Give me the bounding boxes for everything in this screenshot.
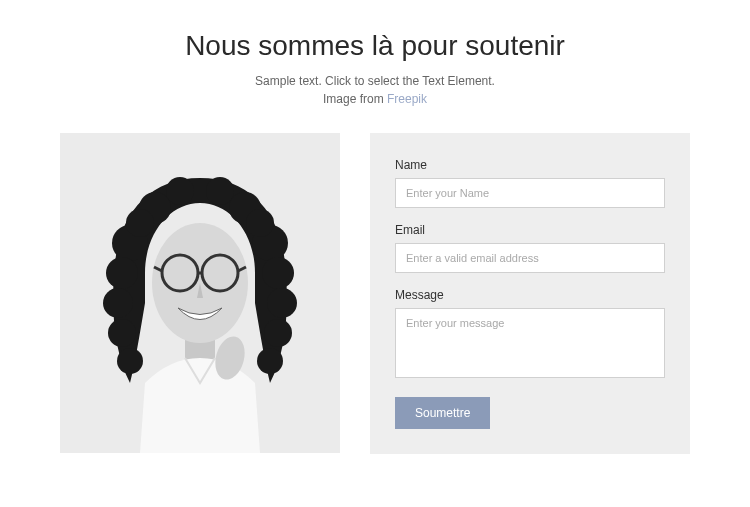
content-row: Name Email Message Soumettre (60, 133, 690, 454)
portrait-image (60, 133, 340, 453)
subtitle: Sample text. Click to select the Text El… (60, 72, 690, 108)
contact-form: Name Email Message Soumettre (370, 133, 690, 454)
svg-point-5 (117, 348, 143, 374)
freepik-link[interactable]: Freepik (387, 92, 427, 106)
svg-point-8 (267, 288, 297, 318)
svg-point-3 (103, 288, 133, 318)
name-label: Name (395, 158, 665, 172)
svg-point-15 (126, 209, 154, 237)
submit-button[interactable]: Soumettre (395, 397, 490, 429)
message-input[interactable] (395, 308, 665, 378)
page-title: Nous sommes là pour soutenir (60, 30, 690, 62)
svg-point-12 (166, 177, 194, 205)
name-input[interactable] (395, 178, 665, 208)
svg-point-7 (262, 257, 294, 289)
svg-point-10 (257, 348, 283, 374)
email-input[interactable] (395, 243, 665, 273)
subtitle-line1: Sample text. Click to select the Text El… (255, 74, 495, 88)
svg-point-16 (246, 209, 274, 237)
message-field-group: Message (395, 288, 665, 382)
image-column (60, 133, 340, 453)
svg-point-2 (106, 257, 138, 289)
svg-point-4 (108, 319, 136, 347)
email-label: Email (395, 223, 665, 237)
header-section: Nous sommes là pour soutenir Sample text… (60, 30, 690, 108)
message-label: Message (395, 288, 665, 302)
svg-point-13 (206, 177, 234, 205)
subtitle-line2-prefix: Image from (323, 92, 387, 106)
email-field-group: Email (395, 223, 665, 273)
name-field-group: Name (395, 158, 665, 208)
svg-point-9 (264, 319, 292, 347)
